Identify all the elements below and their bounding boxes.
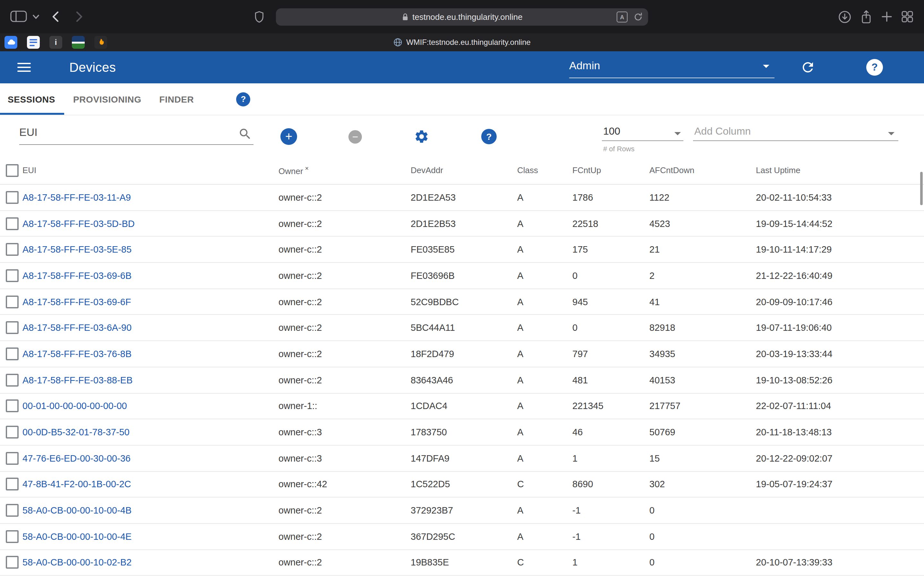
table-row: A8-17-58-FF-FE-03-69-6F owner-c::2 52C9B… [0,289,924,315]
row-checkbox[interactable] [6,400,19,413]
row-checkbox[interactable] [6,426,19,438]
eui-link[interactable]: A8-17-58-FF-FE-03-76-8B [23,349,132,359]
row-checkbox[interactable] [6,530,19,543]
favicon-flame[interactable] [94,36,107,49]
row-checkbox[interactable] [6,269,19,282]
class-cell: A [517,532,572,542]
user-role-value: Admin [569,60,600,73]
row-checkbox[interactable] [6,217,19,230]
chevron-down-icon [674,132,681,135]
eui-link[interactable]: A8-17-58-FF-FE-03-69-6B [23,271,132,281]
table-row: A8-17-58-FF-FE-03-69-6B owner-c::2 FE036… [0,263,924,289]
tab-overview-icon[interactable] [901,10,914,23]
toolbar-help-icon[interactable]: ? [481,129,497,144]
devaddr-cell: 1783750 [411,427,517,437]
add-column-placeholder: Add Column [694,126,751,137]
eui-link[interactable]: 00-0D-B5-32-01-78-37-50 [23,427,129,437]
remove-button[interactable]: − [349,130,362,143]
add-button[interactable]: + [280,128,297,145]
row-checkbox[interactable] [6,504,19,517]
table-row: A8-17-58-FF-FE-03-76-8B owner-c::2 18F2D… [0,341,924,367]
class-cell: A [517,349,572,359]
back-button-icon[interactable] [51,11,59,23]
eui-link[interactable]: A8-17-58-FF-FE-03-88-EB [23,375,132,385]
row-checkbox[interactable] [6,556,19,569]
owner-cell: owner-c::42 [278,479,411,490]
tab-sessions[interactable]: SESSIONS [0,83,64,115]
favicon-info[interactable]: i [49,36,62,49]
row-checkbox[interactable] [6,348,19,360]
sidebar-chevron-down-icon[interactable] [33,15,39,19]
col-header-devaddr[interactable]: DevAddr [411,165,517,175]
afcntdown-cell: 82918 [649,323,756,333]
col-header-afcntdown[interactable]: AFCntDown [649,165,756,175]
translate-icon[interactable]: A [617,11,628,23]
row-checkbox[interactable] [6,374,19,386]
row-checkbox[interactable] [6,191,19,204]
eui-link[interactable]: 58-A0-CB-00-00-10-00-4E [23,532,132,542]
row-checkbox[interactable] [6,478,19,491]
downloads-icon[interactable] [838,10,851,23]
eui-link[interactable]: A8-17-58-FF-FE-03-5E-85 [23,244,132,255]
table-row: 58-A0-CB-00-00-10-00-4E owner-c::2 367D2… [0,524,924,550]
address-bar[interactable]: testnode.eu.thingularity.online A [276,8,648,26]
owner-sort-clear[interactable]: × [305,165,309,172]
col-header-class[interactable]: Class [517,165,572,175]
favicon-cloud[interactable] [5,36,17,49]
tab-finder[interactable]: FINDER [150,83,203,115]
help-icon[interactable]: ? [866,59,883,76]
row-checkbox[interactable] [6,322,19,334]
user-role-select[interactable]: Admin [569,56,774,78]
eui-link[interactable]: 58-A0-CB-00-00-10-00-4B [23,505,132,516]
table-row: 47-8B-41-F2-00-1B-00-2C owner-c::42 1C52… [0,472,924,498]
col-header-fcntup[interactable]: FCntUp [572,165,649,175]
fcntup-cell: -1 [572,532,649,542]
new-tab-icon[interactable] [881,11,893,23]
favicon-flag[interactable] [72,36,85,49]
eui-link[interactable]: 00-01-00-00-00-00-00-00 [23,401,127,411]
eui-link[interactable]: A8-17-58-FF-FE-03-6A-90 [23,323,132,333]
tabs-help-icon[interactable]: ? [236,92,250,106]
share-icon[interactable] [860,9,873,24]
select-underline [602,140,683,141]
scrollbar-thumb[interactable] [920,172,923,205]
eui-link[interactable]: 58-A0-CB-00-00-10-02-B2 [23,558,132,568]
row-checkbox[interactable] [6,295,19,308]
class-cell: A [517,375,572,385]
select-all-checkbox[interactable] [6,164,19,177]
privacy-shield-icon[interactable] [254,11,264,23]
class-cell: C [517,479,572,490]
col-header-uptime[interactable]: Last Uptime [756,165,924,175]
forward-button-icon[interactable] [76,11,83,23]
col-header-owner[interactable]: Owner× [278,165,411,176]
refresh-icon[interactable] [800,60,816,75]
class-cell: C [517,558,572,568]
rows-per-page-select[interactable]: 100 # of Rows [602,115,683,156]
eui-search-input[interactable] [19,123,231,142]
uptime-cell: 20-12-22-09:02:07 [756,453,924,463]
menu-icon[interactable] [17,63,31,72]
tab-provisioning[interactable]: PROVISIONING [64,83,150,115]
eui-link[interactable]: A8-17-58-FF-FE-03-5D-BD [23,218,135,229]
eui-link[interactable]: A8-17-58-FF-FE-03-69-6F [23,297,131,307]
add-column-select[interactable]: Add Column [693,115,898,143]
search-icon[interactable] [238,127,252,141]
row-checkbox[interactable] [6,243,19,256]
devaddr-cell: 372923B7 [411,505,517,516]
eui-link[interactable]: A8-17-58-FF-FE-03-11-A9 [23,192,131,203]
col-header-eui[interactable]: EUI [23,165,278,175]
uptime-cell: 19-05-07-19:24:37 [756,479,924,490]
fcntup-cell: 221345 [572,401,649,411]
favicon-docs[interactable] [27,36,40,49]
row-checkbox[interactable] [6,452,19,464]
eui-link[interactable]: 47-76-E6-ED-00-30-00-36 [23,453,131,463]
sidebar-toggle-icon[interactable] [10,10,27,23]
settings-gear-icon[interactable] [414,129,429,144]
owner-cell: owner-c::2 [278,505,411,516]
eui-link[interactable]: 47-8B-41-F2-00-1B-00-2C [23,479,131,490]
active-favorite[interactable]: WMIF:testnode.eu.thingularity.online [393,38,531,47]
devaddr-cell: FE03696B [411,271,517,281]
afcntdown-cell: 0 [649,532,756,542]
fcntup-cell: 175 [572,244,649,255]
reload-icon[interactable] [633,12,643,22]
